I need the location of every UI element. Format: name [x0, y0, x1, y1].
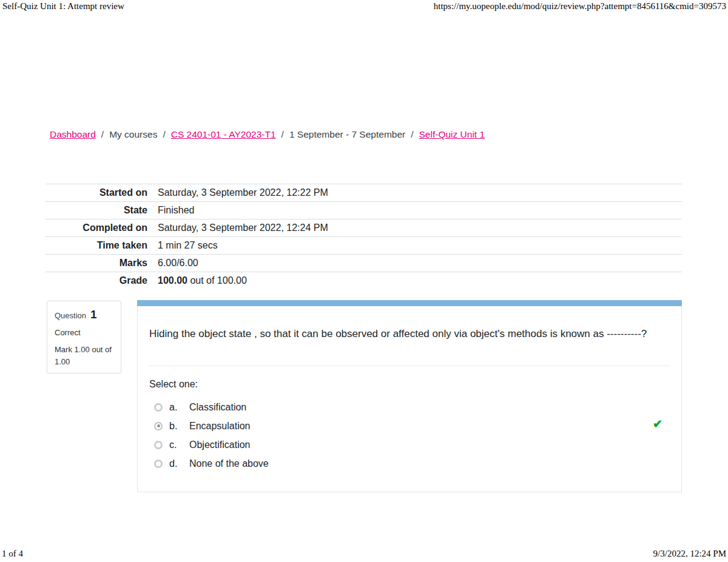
breadcrumb: Dashboard/My courses/CS 2401-01 - AY2023… [50, 129, 485, 140]
question-number-line: Question 1 [55, 308, 113, 321]
print-timestamp: 9/3/2022, 12:24 PM [653, 549, 726, 559]
radio-option-a[interactable] [154, 403, 163, 412]
correct-check-icon: ✔ [653, 418, 662, 430]
quiz-review-page: Self-Quiz Unit 1: Attempt review https:/… [0, 0, 728, 562]
radio-option-c[interactable] [154, 441, 163, 449]
breadcrumb-separator: / [101, 129, 104, 139]
table-row-completed-on: Completed on Saturday, 3 September 2022,… [46, 219, 682, 236]
row-label: State [46, 205, 147, 216]
question-panel: Hiding the object state , so that it can… [137, 300, 682, 492]
question-label: Question [55, 311, 86, 320]
row-value: 6.00/6.00 [158, 258, 198, 269]
option-row-c: c. Objectification [154, 435, 669, 454]
attempt-summary-table: Started on Saturday, 3 September 2022, 1… [46, 184, 682, 289]
option-text: Encapsulation [189, 421, 251, 432]
question-info-box: Question 1 Correct Mark 1.00 out of 1.00 [47, 301, 121, 373]
question-status: Correct [55, 328, 113, 337]
option-letter: d. [169, 458, 181, 469]
breadcrumb-link-course[interactable]: CS 2401-01 - AY2023-T1 [171, 129, 276, 139]
row-label: Completed on [46, 222, 147, 233]
row-label: Time taken [46, 240, 147, 251]
print-footer: 1 of 4 9/3/2022, 12:24 PM [2, 549, 726, 559]
breadcrumb-separator: / [281, 129, 284, 139]
row-value: 100.00 out of 100.00 [158, 275, 247, 286]
breadcrumb-link-quiz[interactable]: Self-Quiz Unit 1 [419, 129, 485, 139]
select-one-label: Select one: [149, 379, 198, 390]
option-row-a: a. Classification [154, 398, 669, 416]
row-label: Marks [46, 258, 147, 269]
row-value: Saturday, 3 September 2022, 12:22 PM [158, 187, 328, 198]
breadcrumb-separator: / [163, 129, 165, 139]
option-row-d: d. None of the above [154, 454, 669, 473]
print-header: Self-Quiz Unit 1: Attempt review https:/… [2, 1, 726, 12]
option-row-b: b. Encapsulation ✔ [154, 416, 669, 435]
row-value: Saturday, 3 September 2022, 12:24 PM [158, 222, 328, 233]
table-row-started-on: Started on Saturday, 3 September 2022, 1… [46, 184, 682, 201]
question-number: 1 [90, 308, 97, 321]
option-letter: c. [169, 440, 181, 450]
radio-option-d[interactable] [154, 460, 163, 468]
question-text: Hiding the object state , so that it can… [149, 325, 667, 343]
row-label: Grade [46, 275, 147, 286]
option-letter: a. [169, 402, 181, 413]
breadcrumb-link-dashboard[interactable]: Dashboard [50, 129, 96, 139]
table-row-time-taken: Time taken 1 min 27 secs [46, 236, 682, 254]
table-row-state: State Finished [46, 201, 682, 219]
grade-value-bold: 100.00 [158, 275, 187, 286]
breadcrumb-separator: / [411, 129, 413, 139]
row-label: Started on [46, 187, 147, 198]
question-mark: Mark 1.00 out of 1.00 [55, 344, 113, 368]
table-row-grade: Grade 100.00 out of 100.00 [46, 272, 682, 289]
option-text: Classification [189, 402, 246, 413]
option-letter: b. [169, 421, 181, 432]
row-value: Finished [158, 205, 194, 216]
table-row-marks: Marks 6.00/6.00 [46, 254, 682, 272]
page-number: 1 of 4 [2, 549, 23, 559]
option-text: Objectification [189, 440, 251, 450]
print-url: https://my.uopeople.edu/mod/quiz/review.… [434, 1, 726, 12]
answer-options: a. Classification b. Encapsulation ✔ c. … [154, 398, 669, 473]
print-title: Self-Quiz Unit 1: Attempt review [2, 1, 124, 12]
option-text: None of the above [189, 458, 269, 469]
breadcrumb-item-my-courses: My courses [109, 129, 157, 139]
breadcrumb-item-week: 1 September - 7 September [289, 129, 405, 139]
question-divider [148, 366, 670, 366]
grade-value-rest: out of 100.00 [187, 275, 247, 286]
row-value: 1 min 27 secs [158, 240, 218, 251]
question-accent-bar [137, 300, 682, 306]
radio-option-b[interactable] [154, 422, 163, 430]
